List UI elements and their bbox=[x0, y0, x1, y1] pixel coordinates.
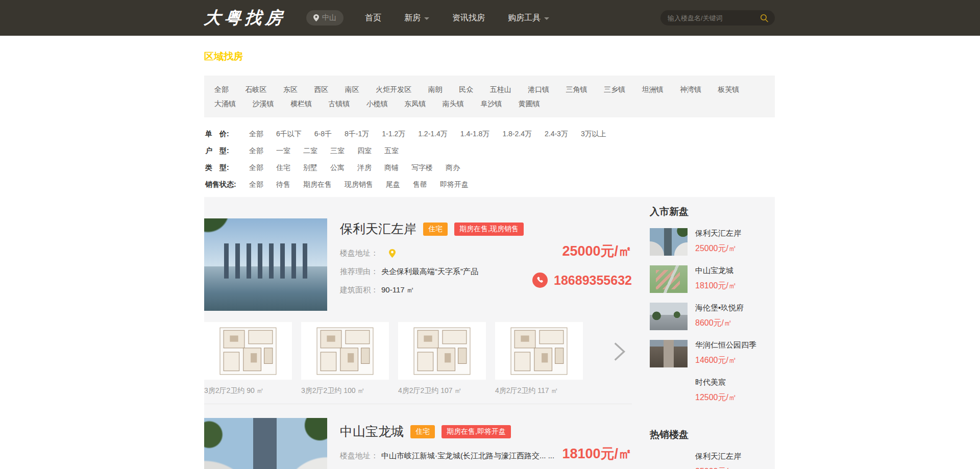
price-filter-option[interactable]: 1.2-1.4万 bbox=[418, 130, 448, 138]
listing-price: 18100元/㎡ bbox=[562, 445, 632, 463]
sidebar-listing-name[interactable]: 保利天汇左岸 bbox=[695, 229, 741, 238]
map-pin-icon[interactable] bbox=[388, 249, 396, 258]
sidebar-listing-item[interactable]: 保利天汇左岸 25000元/㎡ bbox=[650, 228, 775, 256]
listing-reason: 央企保利最高端“天字系”产品 bbox=[381, 267, 478, 277]
district-filter-link[interactable]: 五桂山 bbox=[490, 82, 511, 96]
price-filter-option[interactable]: 1.8-2.4万 bbox=[502, 130, 532, 138]
type-filter-option[interactable]: 全部 bbox=[249, 163, 263, 171]
district-filter-link[interactable]: 东凤镇 bbox=[404, 96, 426, 111]
layout-filter-option[interactable]: 四室 bbox=[357, 146, 372, 155]
status-badge: 期房在售,即将开盘 bbox=[442, 425, 511, 438]
floorplan-item[interactable]: 3房2厅2卫约 100 ㎡ bbox=[301, 322, 389, 396]
listing-photo[interactable] bbox=[204, 418, 327, 469]
sidebar-listing-price: 25000元/㎡ bbox=[695, 243, 741, 254]
floorplan-image[interactable] bbox=[301, 322, 389, 380]
floorplan-image[interactable] bbox=[204, 322, 292, 380]
layout-filter-option[interactable]: 全部 bbox=[249, 146, 263, 155]
district-filter-link[interactable]: 港口镇 bbox=[528, 82, 549, 96]
listing-title[interactable]: 中山宝龙城 bbox=[340, 423, 404, 440]
district-filter-link[interactable]: 沙溪镇 bbox=[252, 96, 274, 111]
nav-new-homes[interactable]: 新房 bbox=[404, 13, 429, 23]
search-icon[interactable] bbox=[760, 14, 769, 22]
district-filter-link[interactable]: 神湾镇 bbox=[680, 82, 701, 96]
district-filter-link[interactable]: 三角镇 bbox=[566, 82, 587, 96]
district-filter-link[interactable]: 石岐区 bbox=[245, 82, 266, 96]
sidebar-listing-name[interactable]: 保利天汇左岸 bbox=[695, 452, 741, 461]
floorplan-caption: 3房2厅2卫约 100 ㎡ bbox=[301, 386, 389, 396]
city-selector[interactable]: 中山 bbox=[306, 10, 344, 26]
status-filter-option[interactable]: 尾盘 bbox=[386, 180, 400, 188]
district-filter-link[interactable]: 大涌镇 bbox=[214, 96, 236, 111]
district-filter-link[interactable]: 南区 bbox=[345, 82, 359, 96]
type-filter-option[interactable]: 写字楼 bbox=[411, 163, 433, 171]
sidebar-listing-photo bbox=[650, 228, 688, 256]
district-filter-link[interactable]: 横栏镇 bbox=[290, 96, 312, 111]
listing-phone[interactable]: 18689355632 bbox=[554, 273, 632, 288]
district-filter-link[interactable]: 古镇镇 bbox=[328, 96, 350, 111]
price-filter-option[interactable]: 6-8千 bbox=[314, 130, 332, 138]
type-filter-option[interactable]: 洋房 bbox=[357, 163, 372, 171]
sidebar-listing-name[interactable]: 华润仁恒公园四季 bbox=[695, 340, 756, 350]
sidebar-listing-item[interactable]: 中山宝龙城 18100元/㎡ bbox=[650, 265, 775, 293]
type-filter-option[interactable]: 公寓 bbox=[330, 163, 345, 171]
layout-filter-option[interactable]: 五室 bbox=[384, 146, 399, 155]
price-filter-option[interactable]: 1.4-1.8万 bbox=[460, 130, 490, 138]
floorplan-item[interactable]: 4房2厅2卫约 117 ㎡ bbox=[495, 322, 583, 396]
status-filter-option[interactable]: 即将开盘 bbox=[440, 180, 469, 188]
district-filter-link[interactable]: 南朗 bbox=[428, 82, 443, 96]
sidebar-listing-item[interactable]: 保利天汇左岸 25000元/㎡ bbox=[650, 451, 775, 469]
district-filter-link[interactable]: 民众 bbox=[459, 82, 473, 96]
nav-home[interactable]: 首页 bbox=[365, 13, 381, 23]
type-filter-option[interactable]: 商办 bbox=[446, 163, 460, 171]
floorplan-image[interactable] bbox=[398, 322, 486, 380]
sidebar-listing-name[interactable]: 时代美宸 bbox=[695, 378, 737, 387]
district-filter-link[interactable]: 全部 bbox=[214, 82, 229, 96]
sidebar-listing-name[interactable]: 中山宝龙城 bbox=[695, 266, 737, 276]
district-filter-link[interactable]: 阜沙镇 bbox=[480, 96, 502, 111]
district-filter-link[interactable]: 黄圃镇 bbox=[519, 96, 540, 111]
listing-address: 中山市岐江新城·宝龙城(长江北路与濠江西路交... ... bbox=[381, 451, 554, 461]
price-filter-option[interactable]: 6千以下 bbox=[276, 130, 302, 138]
district-filter-link[interactable]: 西区 bbox=[314, 82, 328, 96]
status-filter-option[interactable]: 现房销售 bbox=[345, 180, 373, 188]
status-filter-option[interactable]: 待售 bbox=[276, 180, 290, 188]
search-input[interactable] bbox=[667, 14, 760, 22]
floorplan-item[interactable]: 3房2厅2卫约 90 ㎡ bbox=[204, 322, 292, 396]
nav-tools[interactable]: 购房工具 bbox=[508, 13, 549, 23]
site-logo[interactable]: 大粤找房 bbox=[203, 7, 287, 30]
district-filter-link[interactable]: 东区 bbox=[283, 82, 298, 96]
status-filter-option[interactable]: 期房在售 bbox=[303, 180, 332, 188]
district-filter-link[interactable]: 小榄镇 bbox=[366, 96, 388, 111]
nav-news[interactable]: 资讯找房 bbox=[452, 13, 485, 23]
sidebar-listing-name[interactable]: 海伦堡•玖悦府 bbox=[695, 303, 744, 313]
district-filter-link[interactable]: 南头镇 bbox=[443, 96, 464, 111]
price-filter-option[interactable]: 全部 bbox=[249, 130, 263, 138]
layout-filter-option[interactable]: 一室 bbox=[276, 146, 290, 155]
listing-results: 保利天汇左岸 住宅 期房在售,现房销售 楼盘地址： 推荐理由： 央企保利最高端“… bbox=[204, 197, 632, 469]
next-arrow-icon[interactable] bbox=[610, 340, 628, 363]
layout-filter-option[interactable]: 二室 bbox=[303, 146, 317, 155]
floorplan-image[interactable] bbox=[495, 322, 583, 380]
sidebar-listing-item[interactable]: 时代美宸 12500元/㎡ bbox=[650, 377, 775, 405]
layout-filter-option[interactable]: 三室 bbox=[330, 146, 345, 155]
price-filter-option[interactable]: 3万以上 bbox=[581, 130, 606, 138]
district-filter-link[interactable]: 火炬开发区 bbox=[376, 82, 411, 96]
floorplan-item[interactable]: 4房2厅2卫约 107 ㎡ bbox=[398, 322, 486, 396]
sidebar-listing-price: 25000元/㎡ bbox=[695, 466, 741, 469]
district-filter-link[interactable]: 坦洲镇 bbox=[642, 82, 663, 96]
district-filter-link[interactable]: 三乡镇 bbox=[604, 82, 625, 96]
price-filter-option[interactable]: 8千-1万 bbox=[345, 130, 369, 138]
district-filter-link[interactable]: 板芙镇 bbox=[718, 82, 739, 96]
type-filter-option[interactable]: 商铺 bbox=[384, 163, 399, 171]
price-filter-option[interactable]: 1-1.2万 bbox=[382, 130, 405, 138]
type-filter-option[interactable]: 别墅 bbox=[303, 163, 317, 171]
sidebar-listing-item[interactable]: 华润仁恒公园四季 14600元/㎡ bbox=[650, 340, 775, 367]
listing-photo[interactable] bbox=[204, 218, 327, 311]
type-filter-option[interactable]: 住宅 bbox=[276, 163, 290, 171]
price-filter-option[interactable]: 2.4-3万 bbox=[545, 130, 568, 138]
status-filter-option[interactable]: 售罄 bbox=[413, 180, 427, 188]
sidebar-listing-item[interactable]: 海伦堡•玖悦府 8600元/㎡ bbox=[650, 303, 775, 330]
location-pin-icon bbox=[313, 14, 319, 21]
status-filter-option[interactable]: 全部 bbox=[249, 180, 263, 188]
listing-title[interactable]: 保利天汇左岸 bbox=[340, 220, 416, 237]
